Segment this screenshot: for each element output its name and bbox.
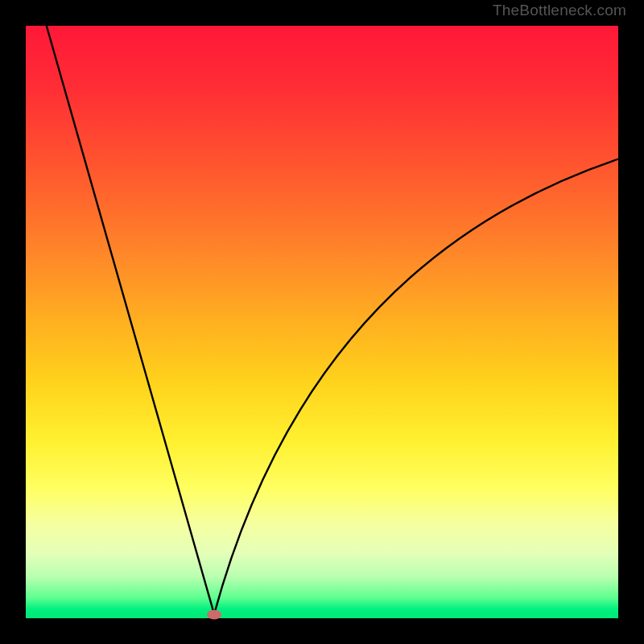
chart-svg xyxy=(0,0,644,644)
watermark-text: TheBottleneck.com xyxy=(493,2,626,19)
plot-background-gradient xyxy=(26,26,618,618)
chart-stage: TheBottleneck.com xyxy=(0,0,644,644)
optimum-marker xyxy=(207,610,221,620)
